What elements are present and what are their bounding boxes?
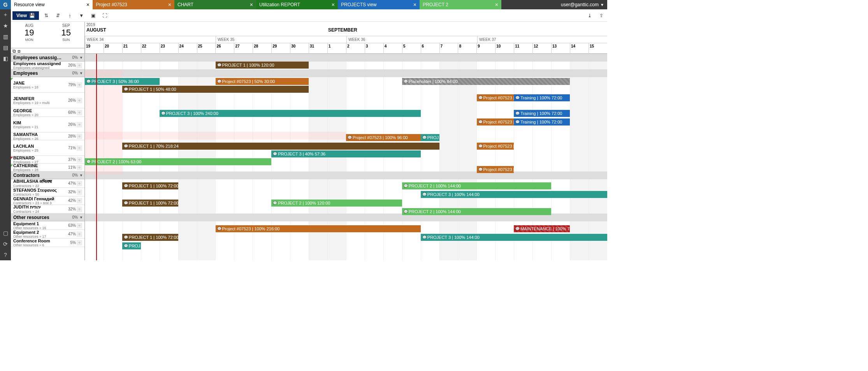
- close-icon[interactable]: ×: [163, 2, 171, 8]
- resource-row[interactable]: SAMANTHAEmployees » 2628%+: [11, 132, 84, 140]
- add-task-icon[interactable]: +: [77, 98, 82, 103]
- chevron-down-icon[interactable]: ▾: [80, 173, 82, 177]
- resource-row[interactable]: GENNADI ГеннадийContractors » 23 » test …: [11, 196, 84, 205]
- task-bar[interactable]: PROJECT 1 | 100% 120:00: [216, 62, 309, 69]
- resource-icon[interactable]: ▢: [0, 228, 11, 238]
- close-icon[interactable]: ×: [490, 2, 498, 8]
- paint-icon[interactable]: ◧: [0, 53, 11, 64]
- add-task-icon[interactable]: +: [77, 122, 82, 127]
- chevron-down-icon[interactable]: ▾: [80, 71, 82, 75]
- add-task-icon[interactable]: +: [77, 145, 82, 151]
- resource-row[interactable]: Equipment 1Other resources » 1663%+: [11, 221, 84, 230]
- add-task-icon[interactable]: +: [77, 134, 82, 139]
- gantt-chart[interactable]: 2019 AUGUSTSEPTEMBER WEEK 34WEEK 35WEEK …: [85, 22, 607, 260]
- date-range[interactable]: AUG 19 MON SEP 15 SUN: [11, 22, 84, 48]
- task-bar[interactable]: Training | 100% 72:00: [514, 110, 570, 117]
- add-task-icon[interactable]: +: [77, 165, 82, 170]
- resource-row[interactable]: BERNARDEmployees » 2737%+: [11, 156, 84, 164]
- resource-row[interactable]: STEFANOS ΣτεφανοςContractors » 5032%+: [11, 188, 84, 196]
- import-icon[interactable]: ⤓: [585, 11, 594, 20]
- collapse-all-icon[interactable]: ⧉: [12, 48, 16, 53]
- group-header[interactable]: Employees unassig…0%▾: [11, 54, 84, 62]
- task-bar[interactable]: PROJECT 1 | 100% 72:00: [122, 234, 178, 241]
- task-bar[interactable]: PROJECT 1 | 100% 72:00: [122, 182, 178, 189]
- group-header[interactable]: Other resources0%▾: [11, 214, 84, 221]
- report-icon[interactable]: ▤: [0, 42, 11, 53]
- tab-0[interactable]: Resource view×: [11, 0, 93, 9]
- tab-3[interactable]: Utilization REPORT×: [256, 0, 338, 9]
- task-bar[interactable]: PROJECT 2 | 100% 144:00: [402, 182, 551, 189]
- add-task-icon[interactable]: +: [77, 207, 82, 212]
- task-bar[interactable]: PROJ…: [122, 242, 141, 249]
- add-task-icon[interactable]: +: [77, 63, 82, 68]
- resource-row[interactable]: CATHERINEEmployees » 2811%+: [11, 164, 84, 171]
- add-task-icon[interactable]: +: [77, 240, 82, 246]
- resource-row[interactable]: ABHILASHA अभिलाषाContractors » 2247%+: [11, 179, 84, 188]
- today-icon[interactable]: ▣: [89, 11, 97, 20]
- task-bar[interactable]: PROJECT 1 | 70% 218:24: [122, 143, 439, 150]
- filter-clear-icon[interactable]: ⟊: [65, 11, 74, 20]
- add-icon[interactable]: ＋: [0, 9, 11, 20]
- resource-row[interactable]: JANEEmployees » 1879%+: [11, 77, 84, 93]
- chevron-down-icon[interactable]: ▾: [80, 55, 82, 60]
- start-date[interactable]: AUG 19 MON: [11, 22, 48, 48]
- task-bar[interactable]: MAINTENANCE | 100% 72:00: [514, 225, 570, 232]
- task-bar[interactable]: PROJECT 3 | 100% 240:00: [160, 110, 421, 117]
- task-bar[interactable]: PROJECT 1 | 100% 72:00: [122, 200, 178, 207]
- resource-row[interactable]: Conference RoomOther resources » 65%+: [11, 238, 84, 247]
- task-bar[interactable]: Project #07523 | 100% 96:00: [346, 134, 421, 141]
- task-bar[interactable]: PROJECT 2 | 100% 144:00: [402, 208, 551, 215]
- task-bar[interactable]: Project #07523 | …: [477, 94, 514, 101]
- resource-row[interactable]: JENNIFEREmployees » 19 » multi26%+: [11, 93, 84, 108]
- task-bar[interactable]: Training | 100% 72:00: [514, 94, 570, 101]
- export-icon[interactable]: ⇪: [597, 11, 606, 20]
- resource-row[interactable]: GEORGEEmployees » 2068%+: [11, 108, 84, 117]
- fullscreen-icon[interactable]: ⛶: [100, 11, 109, 20]
- resource-row[interactable]: Employees unassignedEmployees unassigned…: [11, 62, 84, 69]
- filter-icon[interactable]: ▼: [77, 11, 86, 20]
- task-bar[interactable]: PROJECT 2 | 100% 120:00: [271, 200, 402, 207]
- end-date[interactable]: SEP 15 SUN: [48, 22, 85, 48]
- task-bar[interactable]: PROJECT 2 | 100% 63:00: [85, 158, 271, 165]
- task-bar[interactable]: Project #07523 | …: [477, 166, 514, 173]
- chevron-down-icon[interactable]: ▾: [80, 215, 82, 219]
- add-task-icon[interactable]: +: [77, 189, 82, 195]
- task-bar[interactable]: Project #07523 | …: [477, 118, 514, 125]
- expand-all-icon[interactable]: ⧈: [18, 48, 21, 53]
- help-icon[interactable]: ?: [0, 249, 11, 260]
- sort-desc-icon[interactable]: ⇵: [54, 11, 62, 20]
- tab-4[interactable]: PROJECTS view×: [338, 0, 420, 9]
- add-task-icon[interactable]: +: [77, 223, 82, 228]
- close-icon[interactable]: ×: [245, 2, 253, 8]
- task-bar[interactable]: PROJECT 3 | 100% 144:00: [421, 234, 607, 241]
- close-icon[interactable]: ×: [327, 2, 335, 8]
- resource-row[interactable]: Equipment 2Other resources » 1747%+: [11, 230, 84, 238]
- settings-icon[interactable]: ⟳: [0, 238, 11, 249]
- sort-asc-icon[interactable]: ⇅: [42, 11, 51, 20]
- tab-2[interactable]: CHART×: [174, 0, 256, 9]
- resource-row[interactable]: JUDITH יהודיתContractors » 2432%+: [11, 205, 84, 214]
- star-icon[interactable]: ★: [0, 20, 11, 31]
- group-header[interactable]: Contractors0%▾: [11, 171, 84, 179]
- add-task-icon[interactable]: +: [77, 82, 82, 88]
- task-bar[interactable]: Project #07523 | …: [477, 143, 514, 150]
- task-bar[interactable]: PROJECT 3 | 40% 57:36: [271, 150, 420, 157]
- resource-row[interactable]: KIMEmployees » 2126%+: [11, 117, 84, 132]
- view-button[interactable]: View 💾: [12, 11, 39, 20]
- task-bar[interactable]: PROJ…: [421, 134, 439, 141]
- group-header[interactable]: Employees0%▾: [11, 69, 84, 77]
- add-task-icon[interactable]: +: [77, 198, 82, 203]
- task-bar[interactable]: Project #07523 | 100% 216:00: [216, 225, 421, 232]
- tab-1[interactable]: Project #07523×: [93, 0, 174, 9]
- close-icon[interactable]: ×: [82, 2, 90, 8]
- add-task-icon[interactable]: +: [77, 231, 82, 237]
- task-bar[interactable]: PROJECT 1 | 50% 48:00: [122, 86, 309, 93]
- task-bar[interactable]: Training | 100% 72:00: [514, 118, 570, 125]
- task-bar[interactable]: Project #07523 | 50% 30:00: [216, 78, 309, 85]
- user-menu[interactable]: user@ganttic.com▾: [557, 0, 607, 9]
- task-bar[interactable]: Placeholder | 100% 84:00: [402, 78, 570, 85]
- add-task-icon[interactable]: +: [77, 181, 82, 186]
- add-task-icon[interactable]: +: [77, 110, 82, 115]
- close-icon[interactable]: ×: [409, 2, 416, 8]
- task-bar[interactable]: PROJECT 3 | 100% 144:00: [421, 191, 607, 198]
